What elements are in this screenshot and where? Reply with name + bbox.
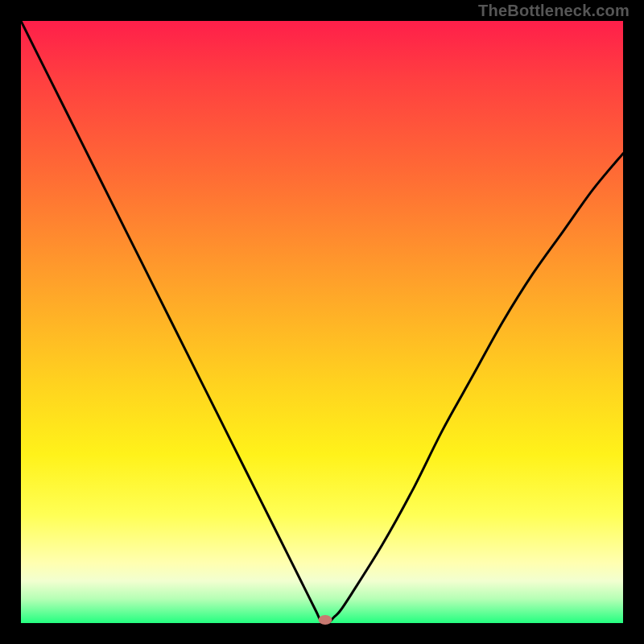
curve-svg [21, 21, 623, 623]
plot-area [21, 21, 623, 623]
chart-frame: TheBottleneck.com [0, 0, 644, 644]
optimum-marker [318, 615, 332, 625]
bottleneck-curve-path [21, 21, 623, 623]
watermark-text: TheBottleneck.com [478, 2, 630, 20]
